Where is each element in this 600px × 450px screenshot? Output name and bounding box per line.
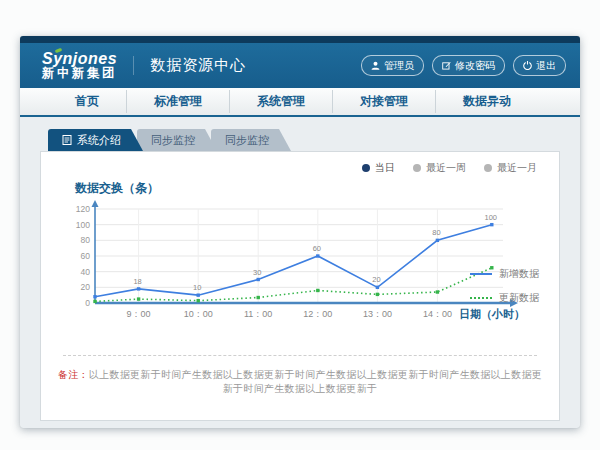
radio-today[interactable]: 当日 <box>362 161 395 175</box>
logout-label: 退出 <box>536 59 556 73</box>
nav-item-integration[interactable]: 对接管理 <box>332 90 435 113</box>
nav-item-system[interactable]: 系统管理 <box>229 90 332 113</box>
svg-text:0: 0 <box>85 298 90 308</box>
logo-company-name: 新中新集团 <box>42 67 117 80</box>
svg-text:18: 18 <box>133 277 141 286</box>
svg-text:日期（小时）: 日期（小时） <box>459 308 525 321</box>
logout-button[interactable]: 退出 <box>513 55 566 76</box>
radio-dot <box>484 164 492 172</box>
note-text: 以上数据更新于时间产生数据以上数据更新于时间产生数据以上数据更新于时间产生数据以… <box>89 369 542 394</box>
document-icon <box>62 135 72 145</box>
nav-item-data-changes[interactable]: 数据异动 <box>435 90 538 113</box>
radio-dot <box>413 164 421 172</box>
app-window: Synjones 新中新集团 数据资源中心 管理员 修改密码 <box>20 36 580 428</box>
change-password-label: 修改密码 <box>455 59 495 73</box>
tab-sync-monitor-2[interactable]: 同步监控 <box>211 129 291 151</box>
chart-legend: 新增数据 更新数据 <box>470 267 539 305</box>
svg-text:100: 100 <box>76 220 90 230</box>
nav-item-standards[interactable]: 标准管理 <box>126 90 229 113</box>
svg-text:20: 20 <box>81 282 91 292</box>
chart-panel: 当日 最近一周 最近一月 数据交换（条） 0204060801001209：00… <box>40 151 560 421</box>
svg-text:12：00: 12：00 <box>303 309 332 319</box>
svg-text:100: 100 <box>485 213 498 222</box>
content-area: 系统介绍 同步监控 同步监控 当日 最近一周 <box>20 117 580 421</box>
user-icon <box>371 61 380 70</box>
legend-updated-data: 更新数据 <box>470 291 539 305</box>
legend-new-data: 新增数据 <box>470 267 539 281</box>
svg-text:120: 120 <box>76 204 90 214</box>
line-chart: 0204060801001209：0010：0011：0012：0013：001… <box>57 199 527 337</box>
company-logo: Synjones 新中新集团 <box>42 51 117 81</box>
radio-last-month[interactable]: 最近一月 <box>484 161 537 175</box>
svg-text:30: 30 <box>253 268 261 277</box>
legend-label: 新增数据 <box>499 267 539 281</box>
tab-sync-monitor-1[interactable]: 同步监控 <box>137 129 217 151</box>
app-header: Synjones 新中新集团 数据资源中心 管理员 修改密码 <box>20 43 580 88</box>
svg-text:40: 40 <box>81 267 91 277</box>
window-top-strip <box>20 36 580 43</box>
svg-text:10：00: 10：00 <box>184 309 213 319</box>
legend-line-sample-green <box>470 297 492 299</box>
tab-label: 系统介绍 <box>77 129 121 151</box>
admin-user-button[interactable]: 管理员 <box>361 55 424 76</box>
nav-item-home[interactable]: 首页 <box>48 90 126 113</box>
note-prefix: 备注： <box>58 369 89 380</box>
y-axis-title: 数据交换（条） <box>75 180 543 197</box>
svg-text:14：00: 14：00 <box>423 309 452 319</box>
svg-text:80: 80 <box>432 228 440 237</box>
note-separator <box>63 355 537 356</box>
radio-last-week[interactable]: 最近一周 <box>413 161 466 175</box>
tab-bar: 系统介绍 同步监控 同步监控 <box>48 129 560 151</box>
tab-label: 同步监控 <box>225 129 269 151</box>
time-range-filter: 当日 最近一周 最近一月 <box>362 161 537 175</box>
footer-note: 备注：以上数据更新于时间产生数据以上数据更新于时间产生数据以上数据更新于时间产生… <box>57 368 543 396</box>
svg-text:11：00: 11：00 <box>244 309 272 319</box>
main-nav: 首页 标准管理 系统管理 对接管理 数据异动 <box>20 88 580 117</box>
svg-text:10: 10 <box>193 283 201 292</box>
radio-label: 当日 <box>375 161 395 175</box>
page-background: Synjones 新中新集团 数据资源中心 管理员 修改密码 <box>0 0 600 450</box>
chart-area: 0204060801001209：0010：0011：0012：0013：001… <box>57 199 543 341</box>
edit-icon <box>442 61 451 70</box>
logo-brand-name: Synjones <box>42 51 117 68</box>
legend-line-sample-blue <box>470 273 492 275</box>
tab-system-intro[interactable]: 系统介绍 <box>48 129 143 151</box>
legend-label: 更新数据 <box>499 291 539 305</box>
svg-text:60: 60 <box>313 244 321 253</box>
radio-label: 最近一月 <box>497 161 537 175</box>
radio-dot <box>362 164 370 172</box>
change-password-button[interactable]: 修改密码 <box>432 55 505 76</box>
admin-user-label: 管理员 <box>384 59 414 73</box>
svg-text:13：00: 13：00 <box>363 309 392 319</box>
svg-text:20: 20 <box>372 275 380 284</box>
tab-label: 同步监控 <box>151 129 195 151</box>
svg-text:9：00: 9：00 <box>127 309 151 319</box>
user-area: 管理员 修改密码 退出 <box>361 55 566 76</box>
svg-text:80: 80 <box>81 235 91 245</box>
page-title: 数据资源中心 <box>133 56 246 75</box>
power-icon <box>523 61 532 70</box>
radio-label: 最近一周 <box>426 161 466 175</box>
svg-text:60: 60 <box>81 251 91 261</box>
